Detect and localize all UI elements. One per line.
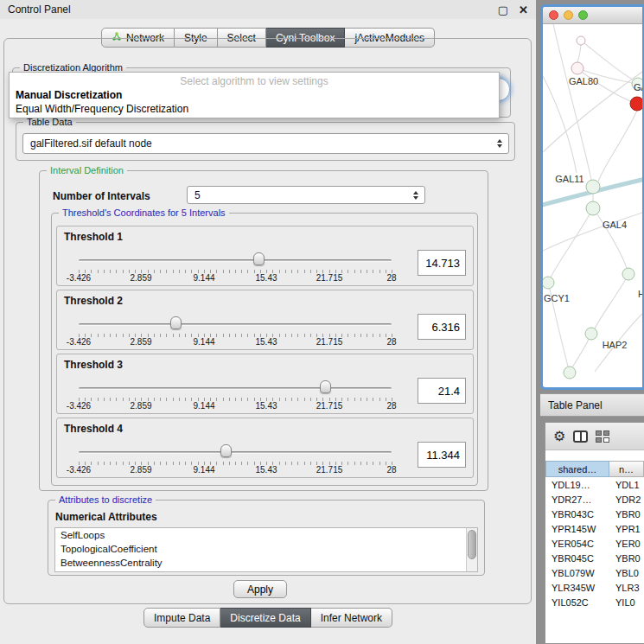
tick-label: 15.43: [255, 401, 277, 411]
cell: YER0: [609, 539, 644, 549]
close-window-icon[interactable]: ✕: [519, 4, 528, 16]
threshold-2-value-input[interactable]: [418, 314, 466, 340]
network-node-h[interactable]: [622, 268, 634, 280]
tick-label: 21.715: [316, 401, 343, 411]
slider-thumb[interactable]: [220, 444, 232, 457]
slider-track[interactable]: [79, 387, 392, 390]
network-node-label: GCY1: [544, 293, 570, 303]
column-header-name[interactable]: n…: [609, 461, 644, 477]
threshold-2-panel: Threshold 2 -3.426 2.859 9.144 15.43 21.…: [56, 290, 474, 350]
slider-tick-marks: [79, 462, 392, 465]
tick-label: 28: [386, 401, 396, 411]
network-canvas[interactable]: GAL80 GAL11 GAL4 GCY1 HAP2 GA H: [543, 24, 642, 386]
network-node[interactable]: [577, 36, 585, 45]
network-window-titlebar: [543, 7, 642, 24]
control-panel-titlebar: Control Panel ▢ ✕: [0, 0, 536, 19]
cell: YDL1: [609, 480, 644, 490]
tick-label: 15.43: [255, 273, 277, 283]
tick-label: 15.43: [255, 337, 277, 347]
network-node-gal4[interactable]: [586, 201, 600, 215]
combo-arrows-icon: [493, 139, 506, 148]
network-node-selected-red[interactable]: [630, 97, 642, 111]
apply-button[interactable]: Apply: [233, 580, 287, 598]
dropdown-option-manual-discretization[interactable]: Manual Discretization: [10, 88, 499, 102]
table-toolbar: ⚙: [545, 423, 644, 450]
cell: YDR2: [609, 494, 644, 505]
zoom-traffic-light[interactable]: [578, 10, 588, 20]
network-node-label: GA: [634, 82, 642, 92]
columns-icon[interactable]: [573, 430, 588, 443]
tab-discretize-data[interactable]: Discretize Data: [220, 608, 310, 628]
network-node-gal11[interactable]: [586, 180, 600, 194]
close-traffic-light[interactable]: [549, 10, 558, 20]
table-row[interactable]: YLR345WYLR3: [545, 580, 644, 595]
list-scrollbar[interactable]: [466, 528, 477, 571]
number-of-intervals-value: 5: [188, 189, 409, 201]
slider-track[interactable]: [79, 451, 392, 454]
table-row[interactable]: YBL079WYBL0: [545, 565, 644, 580]
network-node-hap2[interactable]: [585, 328, 597, 340]
network-node-gal80[interactable]: [571, 62, 583, 74]
cell: YIL0: [609, 597, 644, 608]
tick-label: 9.144: [193, 337, 214, 347]
tab-label: Discretize Data: [230, 612, 300, 624]
threshold-3-value-input[interactable]: [418, 378, 466, 404]
number-of-intervals-combo[interactable]: 5: [187, 186, 425, 204]
tick-label: 9.144: [193, 401, 214, 411]
table-row[interactable]: YBR045CYBR0: [545, 551, 644, 565]
slider-track[interactable]: [79, 323, 392, 326]
cell: YDL19…: [545, 480, 609, 490]
scrollbar-thumb[interactable]: [468, 530, 476, 559]
slider-thumb[interactable]: [253, 252, 265, 265]
tab-impute-data[interactable]: Impute Data: [143, 608, 220, 628]
float-window-icon[interactable]: ▢: [498, 4, 508, 16]
tick-label: -3.426: [67, 337, 91, 347]
gear-icon[interactable]: ⚙: [553, 430, 565, 443]
network-node-label: H: [638, 289, 642, 299]
list-item[interactable]: SelfLoops: [55, 528, 477, 542]
cell: YBR0: [609, 553, 644, 564]
table-data-combo[interactable]: galFiltered.sif default node: [22, 133, 509, 154]
window-title: Control Panel: [8, 3, 488, 16]
threshold-4-value-input[interactable]: [418, 442, 466, 468]
cell: YBR043C: [545, 509, 609, 520]
tick-label: 28: [386, 273, 396, 283]
table-row[interactable]: YBR043CYBR0: [545, 507, 644, 521]
slider-track[interactable]: [79, 259, 392, 262]
table-row[interactable]: YIL052CYIL0: [545, 595, 644, 609]
table-panel-window: ⚙ shared… n… YDL19…YDL1 YDR27…YDR2 YBR04…: [545, 422, 644, 644]
threshold-3-slider[interactable]: [79, 382, 392, 396]
threshold-1-slider[interactable]: [79, 254, 392, 268]
tick-label: 21.715: [316, 337, 343, 347]
cell: YER054C: [545, 539, 609, 549]
table-row[interactable]: YDR27…YDR2: [545, 492, 644, 507]
threshold-1-value-input[interactable]: [418, 250, 466, 276]
slider-thumb[interactable]: [170, 316, 182, 329]
network-node-gcy1[interactable]: [543, 277, 554, 289]
list-item[interactable]: BetweennessCentrality: [55, 556, 477, 570]
checkbox-grid-icon[interactable]: [596, 430, 609, 443]
threshold-4-slider[interactable]: [79, 446, 392, 460]
table-header-row: shared… n…: [545, 461, 644, 477]
minimize-traffic-light[interactable]: [564, 10, 573, 20]
list-item[interactable]: TopologicalCoefficient: [55, 542, 477, 556]
cell: YPR1: [609, 524, 644, 534]
network-node-label: GAL80: [569, 76, 598, 86]
dropdown-option-equal-width-frequency[interactable]: Equal Width/Frequency Discretization: [10, 102, 499, 116]
table-row[interactable]: YPR145WYPR1: [545, 521, 644, 536]
threshold-1-panel: Threshold 1 -3.426 2.859 9.144 15.43 21.…: [56, 226, 474, 286]
table-row[interactable]: YDL19…YDL1: [545, 477, 644, 492]
threshold-2-label: Threshold 2: [64, 295, 123, 307]
network-node[interactable]: [564, 367, 576, 379]
cell: YBL0: [609, 568, 644, 578]
cell: YPR145W: [545, 524, 609, 534]
table-row[interactable]: YER054CYER0: [545, 536, 644, 551]
threshold-2-slider[interactable]: [79, 318, 392, 332]
cell: YIL052C: [545, 597, 609, 608]
tab-infer-network[interactable]: Infer Network: [311, 608, 392, 628]
numerical-attributes-label: Numerical Attributes: [55, 511, 157, 523]
slider-thumb[interactable]: [320, 380, 331, 393]
algorithm-dropdown-popup: Select algorithm to view settings Manual…: [9, 72, 500, 118]
tick-label: -3.426: [67, 401, 91, 411]
column-header-shared-name[interactable]: shared…: [545, 461, 609, 477]
